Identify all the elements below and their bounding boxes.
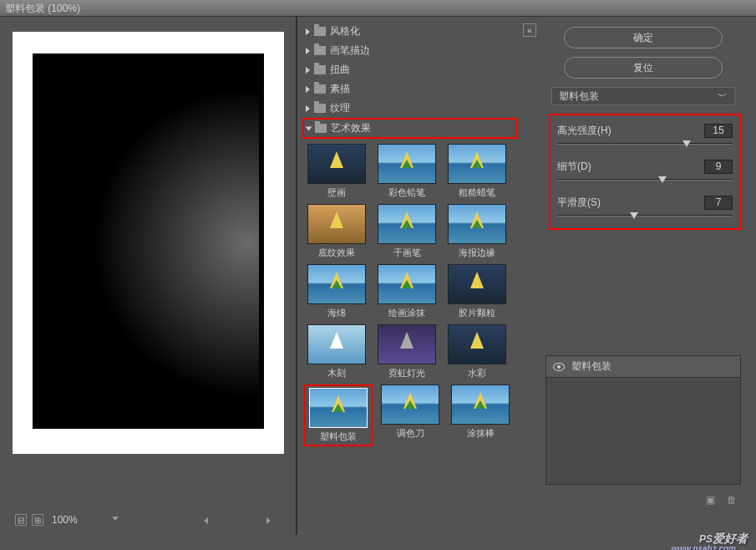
thumb-preview bbox=[378, 144, 436, 184]
thumb-label: 调色刀 bbox=[378, 427, 443, 440]
chevron-down-icon: ﹀ bbox=[718, 89, 728, 104]
thumb-preview bbox=[451, 384, 510, 425]
filter-thumb-plastic-wrap[interactable]: 塑料包装 bbox=[304, 384, 373, 446]
category-label: 素描 bbox=[330, 82, 350, 96]
chevron-right-icon bbox=[306, 48, 310, 54]
collapse-column: « bbox=[520, 17, 539, 535]
filter-select[interactable]: 塑料包装 ﹀ bbox=[551, 87, 735, 105]
settings-panel: 确定 复位 塑料包装 ﹀ 高光强度(H) 15 细节(D) 9 bbox=[539, 17, 756, 535]
thumb-preview bbox=[309, 388, 368, 428]
collapse-button[interactable]: « bbox=[523, 23, 536, 37]
thumb-label: 绘画涂抹 bbox=[374, 307, 439, 319]
filter-thumb-sponge[interactable]: 海绵 bbox=[304, 264, 369, 319]
slider-track[interactable] bbox=[557, 143, 733, 145]
ok-label: 确定 bbox=[633, 31, 653, 45]
title-bar: 塑料包装 (100%) bbox=[0, 0, 756, 17]
thumb-label: 干画笔 bbox=[374, 247, 439, 259]
chevron-down-icon bbox=[306, 126, 312, 130]
category-sketch[interactable]: 素描 bbox=[302, 79, 517, 99]
slider-track[interactable] bbox=[557, 179, 733, 181]
slider-value-input[interactable]: 7 bbox=[704, 196, 733, 210]
thumb-preview bbox=[378, 264, 436, 304]
thumb-label: 涂抹棒 bbox=[448, 427, 513, 440]
effect-layers: 塑料包装 bbox=[545, 355, 741, 485]
layer-name: 塑料包装 bbox=[571, 359, 611, 374]
zoom-dropdown-icon[interactable] bbox=[112, 517, 119, 524]
filter-thumb-neon-glow[interactable]: 霓虹灯光 bbox=[374, 324, 439, 379]
layer-row[interactable]: 塑料包装 bbox=[546, 356, 740, 378]
category-label: 扭曲 bbox=[330, 63, 350, 77]
zoom-in-button[interactable]: ⊞ bbox=[32, 514, 43, 526]
thumbnail-grid: 壁画 彩色铅笔 粗糙蜡笔 底纹效果 干画笔 海报边缘 海绵 绘画涂抹 胶片颗粒 … bbox=[302, 139, 517, 451]
main-area: ⊟ ⊞ 100% 风格化 画笔描边 扭曲 素描 纹理 艺术效果 壁画 彩色铅笔 … bbox=[0, 17, 756, 535]
thumb-label: 海报边缘 bbox=[444, 247, 510, 259]
horizontal-scroll[interactable] bbox=[204, 515, 271, 527]
preview-panel: ⊟ ⊞ 100% bbox=[0, 17, 296, 535]
slider-value-input[interactable]: 9 bbox=[704, 160, 733, 174]
visibility-icon[interactable] bbox=[553, 363, 565, 371]
preview-content bbox=[23, 42, 274, 444]
folder-icon bbox=[315, 124, 327, 133]
slider-value-input[interactable]: 15 bbox=[704, 124, 733, 138]
thumb-label: 胶片颗粒 bbox=[444, 307, 510, 319]
slider-smoothness: 平滑度(S) 7 bbox=[557, 196, 733, 216]
filter-thumb-paint-daubs[interactable]: 绘画涂抹 bbox=[374, 264, 439, 319]
new-layer-icon[interactable]: ▣ bbox=[704, 493, 717, 506]
filter-thumb-fresco[interactable]: 壁画 bbox=[304, 144, 369, 199]
slider-thumb[interactable] bbox=[630, 212, 638, 219]
watermark-logo: PS bbox=[699, 533, 713, 545]
thumb-label: 水彩 bbox=[444, 367, 510, 379]
category-label: 画笔描边 bbox=[330, 43, 370, 58]
slider-highlight: 高光强度(H) 15 bbox=[557, 124, 733, 145]
filter-thumb-dry-brush[interactable]: 干画笔 bbox=[374, 204, 439, 259]
filter-thumb-film-grain[interactable]: 胶片颗粒 bbox=[444, 264, 510, 319]
slider-label: 平滑度(S) bbox=[557, 196, 601, 210]
category-stylize[interactable]: 风格化 bbox=[302, 22, 517, 41]
window-title: 塑料包装 (100%) bbox=[5, 3, 80, 14]
chevron-right-icon bbox=[306, 86, 310, 93]
scroll-left-icon[interactable] bbox=[204, 517, 208, 524]
thumb-label: 霓虹灯光 bbox=[374, 367, 439, 379]
trash-icon[interactable]: 🗑 bbox=[725, 493, 738, 506]
filter-thumb-cutout[interactable]: 木刻 bbox=[304, 324, 369, 379]
category-artistic[interactable]: 艺术效果 bbox=[302, 118, 517, 139]
category-label: 纹理 bbox=[330, 101, 350, 115]
filter-gallery: 风格化 画笔描边 扭曲 素描 纹理 艺术效果 壁画 彩色铅笔 粗糙蜡笔 底纹效果… bbox=[299, 17, 520, 535]
filter-thumb-rough-pastels[interactable]: 粗糙蜡笔 bbox=[444, 144, 510, 199]
filter-select-value: 塑料包装 bbox=[559, 89, 599, 104]
preview-image bbox=[13, 32, 284, 454]
filter-thumb-underpainting[interactable]: 底纹效果 bbox=[304, 204, 369, 259]
filter-thumb-smudge-stick[interactable]: 涂抹棒 bbox=[448, 384, 513, 446]
reset-button[interactable]: 复位 bbox=[564, 57, 723, 79]
filter-thumb-watercolor[interactable]: 水彩 bbox=[444, 324, 510, 379]
thumb-preview bbox=[381, 384, 439, 425]
zoom-value[interactable]: 100% bbox=[48, 513, 107, 527]
thumb-label: 海绵 bbox=[304, 307, 369, 319]
category-texture[interactable]: 纹理 bbox=[302, 99, 517, 118]
zoom-out-button[interactable]: ⊟ bbox=[15, 514, 27, 526]
slider-detail: 细节(D) 9 bbox=[557, 160, 733, 181]
thumb-label: 粗糙蜡笔 bbox=[444, 186, 510, 199]
slider-label: 高光强度(H) bbox=[557, 124, 611, 138]
category-label: 风格化 bbox=[330, 24, 360, 38]
filter-thumb-colored-pencil[interactable]: 彩色铅笔 bbox=[374, 144, 439, 199]
folder-icon bbox=[314, 84, 326, 94]
thumb-preview bbox=[378, 324, 436, 364]
folder-icon bbox=[314, 104, 326, 113]
slider-thumb[interactable] bbox=[658, 176, 667, 183]
category-distort[interactable]: 扭曲 bbox=[302, 60, 517, 79]
thumb-preview bbox=[448, 324, 506, 364]
reset-label: 复位 bbox=[633, 61, 653, 75]
watermark-cn: 爱好者 bbox=[713, 532, 748, 545]
filter-thumb-poster-edges[interactable]: 海报边缘 bbox=[444, 204, 510, 259]
thumb-label: 木刻 bbox=[304, 367, 369, 379]
chevron-right-icon bbox=[306, 105, 310, 112]
scroll-right-icon[interactable] bbox=[266, 517, 271, 524]
thumb-preview bbox=[448, 144, 506, 184]
thumb-preview bbox=[307, 204, 366, 244]
category-brush-strokes[interactable]: 画笔描边 bbox=[302, 41, 517, 60]
slider-track[interactable] bbox=[557, 215, 733, 216]
ok-button[interactable]: 确定 bbox=[564, 27, 723, 48]
filter-thumb-palette-knife[interactable]: 调色刀 bbox=[378, 384, 443, 446]
slider-thumb[interactable] bbox=[682, 140, 691, 147]
